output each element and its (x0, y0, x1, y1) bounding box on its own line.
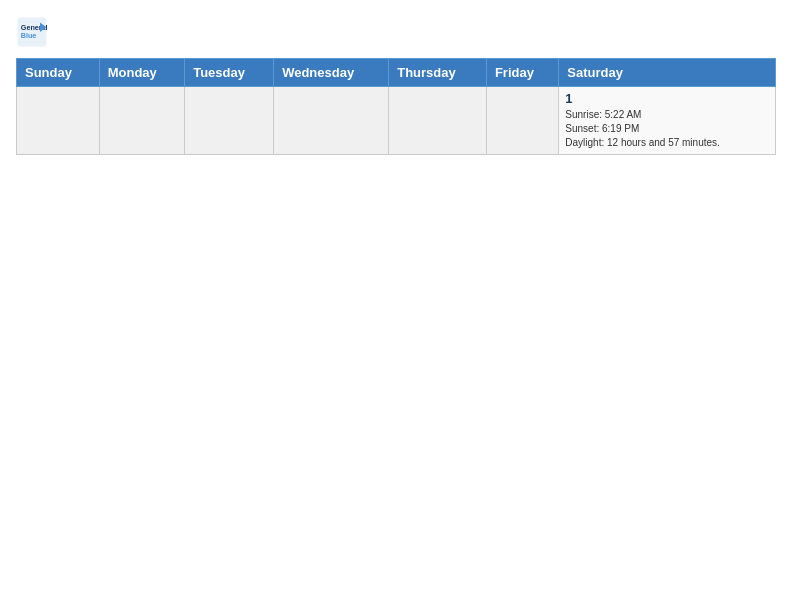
empty-cell (99, 87, 185, 155)
page-header: General Blue (16, 16, 776, 48)
calendar-cell: 1Sunrise: 5:22 AMSunset: 6:19 PMDaylight… (559, 87, 776, 155)
day-header-wednesday: Wednesday (274, 59, 389, 87)
empty-cell (274, 87, 389, 155)
day-header-monday: Monday (99, 59, 185, 87)
empty-cell (185, 87, 274, 155)
day-header-tuesday: Tuesday (185, 59, 274, 87)
calendar-week: 1Sunrise: 5:22 AMSunset: 6:19 PMDaylight… (17, 87, 776, 155)
empty-cell (17, 87, 100, 155)
svg-text:Blue: Blue (21, 31, 37, 40)
calendar-table: SundayMondayTuesdayWednesdayThursdayFrid… (16, 58, 776, 155)
day-header-sunday: Sunday (17, 59, 100, 87)
empty-cell (389, 87, 487, 155)
header-row: SundayMondayTuesdayWednesdayThursdayFrid… (17, 59, 776, 87)
day-header-friday: Friday (486, 59, 558, 87)
logo-icon: General Blue (16, 16, 48, 48)
day-header-thursday: Thursday (389, 59, 487, 87)
day-header-saturday: Saturday (559, 59, 776, 87)
logo: General Blue (16, 16, 48, 48)
empty-cell (486, 87, 558, 155)
